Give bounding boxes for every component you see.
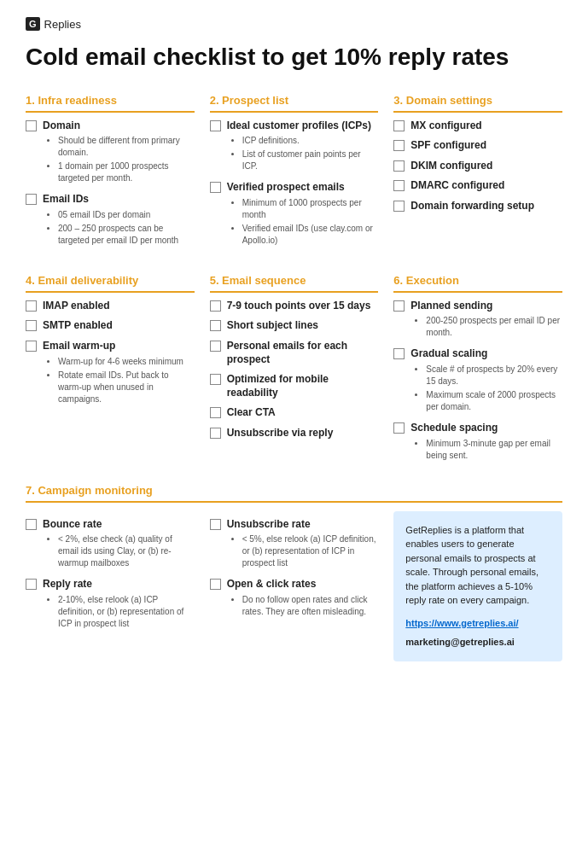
seq-touchpoints-label: 7-9 touch points over 15 days [227, 300, 371, 313]
infra-domain-label: Domain [43, 119, 80, 131]
checkbox-mobile[interactable] [210, 374, 221, 385]
list-item: 2-10%, else relook (a) ICP definition, o… [58, 594, 195, 630]
seq-cta-label: Clear CTA [227, 406, 276, 420]
prospect-icp-subs: ICP definitions. List of customer pain p… [242, 135, 379, 172]
monitoring-title: 7. Campaign monitoring [26, 484, 562, 503]
seq-item-unsub: Unsubscribe via reply [210, 427, 379, 440]
checkbox-dkim[interactable] [393, 160, 405, 172]
mon-item-unsubrate: Unsubscribe rate < 5%, else relook (a) I… [210, 518, 379, 572]
seq-item-mobile: Optimized for mobile readability [210, 373, 379, 399]
mon-unsubrate-label: Unsubscribe rate [227, 518, 311, 530]
monitoring-col1: Bounce rate < 2%, else check (a) quality… [26, 511, 195, 661]
list-item: Do no follow open rates and click rates.… [242, 594, 379, 618]
logo-icon: G [26, 17, 40, 31]
campaign-grid: Bounce rate < 2%, else check (a) quality… [26, 511, 562, 661]
checkbox-unsub[interactable] [210, 428, 221, 439]
list-item: Rotate email IDs. Put back to warm-up wh… [58, 370, 195, 405]
checkbox-gradual[interactable] [393, 348, 405, 359]
seq-personal-label: Personal emails for each prospect [227, 340, 379, 366]
info-box-text: GetReplies is a platform that enables us… [405, 525, 539, 606]
info-box-link[interactable]: https://www.getreplies.ai/ [405, 616, 550, 631]
page-title: Cold email checklist to get 10% reply ra… [26, 43, 562, 72]
exec-spacing-label: Schedule spacing [410, 422, 498, 434]
checkbox-icp[interactable] [210, 120, 221, 131]
domain-spf-label: SPF configured [410, 139, 486, 153]
checkbox-imap[interactable] [26, 300, 37, 312]
info-box: GetReplies is a platform that enables us… [393, 511, 562, 661]
deliverability-title: 4. Email deliverability [26, 274, 195, 293]
infra-item-emailids: Email IDs 05 email IDs per domain 200 – … [26, 193, 195, 248]
logo-bar: G Replies [26, 17, 562, 31]
checkbox-dmarc[interactable] [393, 180, 405, 191]
seq-item-subject: Short subject lines [210, 319, 379, 333]
checkbox-bounce[interactable] [26, 519, 37, 530]
exec-gradual-label: Gradual scaling [410, 347, 487, 359]
domain-dmarc-label: DMARC configured [410, 179, 504, 193]
checkbox-personal[interactable] [210, 341, 221, 352]
monitoring-col2: Unsubscribe rate < 5%, else relook (a) I… [210, 511, 379, 661]
deliv-imap-label: IMAP enabled [43, 300, 109, 313]
exec-item-planned: Planned sending 200-250 prospects per em… [393, 300, 562, 341]
list-item: Minimum of 1000 prospects per month [242, 197, 379, 221]
domain-item-mx: MX configured [393, 119, 562, 133]
checkbox-mx[interactable] [393, 120, 405, 131]
list-item: Maximum scale of 2000 prospects per doma… [426, 389, 562, 413]
exec-gradual-subs: Scale # of prospects by 20% every 15 day… [426, 364, 562, 413]
list-item: Should be different from primary domain. [58, 135, 195, 159]
infra-title: 1. Infra readiness [26, 94, 195, 113]
list-item: < 5%, else relook (a) ICP definition, or… [242, 533, 379, 569]
checkbox-spf[interactable] [393, 140, 405, 151]
domain-forwarding-label: Domain forwarding setup [410, 200, 534, 213]
mon-reply-subs: 2-10%, else relook (a) ICP definition, o… [58, 594, 195, 630]
logo-text: Replies [44, 18, 81, 31]
infra-emailids-subs: 05 email IDs per domain 200 – 250 prospe… [58, 209, 195, 247]
list-item: 200-250 prospects per email ID per month… [426, 315, 562, 339]
seq-unsub-label: Unsubscribe via reply [227, 427, 334, 440]
seq-item-personal: Personal emails for each prospect [210, 340, 379, 366]
checkbox-unsubrate[interactable] [210, 519, 221, 530]
checkbox-spacing[interactable] [393, 422, 405, 434]
mon-item-reply: Reply rate 2-10%, else relook (a) ICP de… [26, 578, 195, 632]
deliv-warmup-label: Email warm-up [43, 340, 115, 352]
checkbox-reply-rate[interactable] [26, 579, 37, 590]
section-deliverability: 4. Email deliverability IMAP enabled SMT… [26, 271, 195, 470]
mon-bounce-subs: < 2%, else check (a) quality of email id… [58, 533, 195, 569]
prospect-verified-subs: Minimum of 1000 prospects per month Veri… [242, 197, 379, 247]
checkbox-domain[interactable] [26, 120, 37, 131]
checkbox-verified-emails[interactable] [210, 182, 221, 193]
row-1-grid: 1. Infra readiness Domain Should be diff… [26, 90, 562, 255]
prospect-title: 2. Prospect list [210, 94, 379, 113]
list-item: Verified email IDs (use clay.com or Apol… [242, 223, 379, 247]
deliv-warmup-subs: Warm-up for 4-6 weeks minimum Rotate ema… [58, 356, 195, 405]
checkbox-planned[interactable] [393, 300, 405, 312]
checkbox-emailids[interactable] [26, 194, 37, 205]
checkbox-cta[interactable] [210, 407, 221, 418]
exec-item-gradual: Gradual scaling Scale # of prospects by … [393, 347, 562, 415]
checkbox-warmup[interactable] [26, 341, 37, 352]
mon-unsubrate-subs: < 5%, else relook (a) ICP definition, or… [242, 533, 379, 569]
section-monitoring: 7. Campaign monitoring Bounce rate < 2%,… [26, 484, 562, 661]
section-execution: 6. Execution Planned sending 200-250 pro… [393, 271, 562, 470]
exec-planned-label: Planned sending [410, 300, 492, 312]
exec-planned-subs: 200-250 prospects per email ID per month… [426, 315, 562, 339]
infra-domain-subs: Should be different from primary domain.… [58, 135, 195, 184]
deliv-item-imap: IMAP enabled [26, 300, 195, 313]
checkbox-openclick[interactable] [210, 579, 221, 590]
sequence-title: 5. Email sequence [210, 274, 379, 293]
mon-item-bounce: Bounce rate < 2%, else check (a) quality… [26, 518, 195, 572]
info-box-email: marketing@getreplies.ai [405, 635, 550, 650]
seq-item-cta: Clear CTA [210, 406, 379, 420]
infra-emailids-label: Email IDs [43, 193, 89, 205]
list-item: 05 email IDs per domain [58, 209, 195, 221]
checkbox-touchpoints[interactable] [210, 300, 221, 312]
mon-reply-label: Reply rate [43, 578, 92, 590]
checkbox-forwarding[interactable] [393, 201, 405, 212]
checkbox-smtp[interactable] [26, 320, 37, 331]
domain-mx-label: MX configured [410, 119, 481, 133]
list-item: Warm-up for 4-6 weeks minimum [58, 356, 195, 368]
list-item: ICP definitions. [242, 135, 379, 147]
checkbox-subject[interactable] [210, 320, 221, 331]
exec-item-spacing: Schedule spacing Minimum 3-minute gap pe… [393, 422, 562, 463]
list-item: Minimum 3-minute gap per email being sen… [426, 438, 562, 462]
list-item: < 2%, else check (a) quality of email id… [58, 533, 195, 569]
